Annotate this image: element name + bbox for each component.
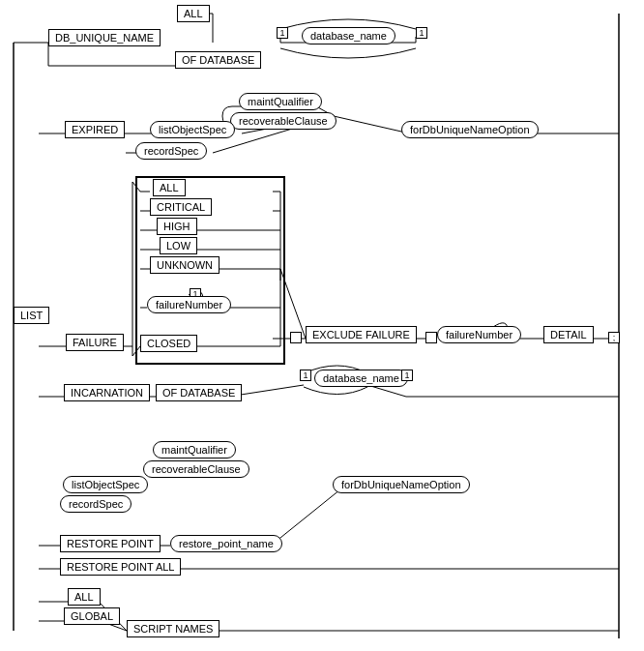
global-node: GLOBAL <box>64 607 120 625</box>
closed-node: CLOSED <box>140 335 197 352</box>
script-names-node: SCRIPT NAMES <box>127 620 220 637</box>
record-spec-node: recordSpec <box>135 142 207 160</box>
failure-number-1-node: failureNumber <box>147 296 231 313</box>
restore-point-name-node: restore_point_name <box>170 535 282 552</box>
syntax-diagram: ALL DB_UNIQUE_NAME 1 database_name 1 OF … <box>0 0 644 651</box>
svg-line-43 <box>271 489 340 546</box>
exclude-failure-indicator <box>290 332 302 343</box>
database-name-top-node: database_name <box>302 27 395 44</box>
list-node: LIST <box>14 307 49 324</box>
record-spec-2-node: recordSpec <box>60 495 132 513</box>
inc-loop-indicator-1: 1 <box>300 370 311 381</box>
inc-loop-indicator-2: 1 <box>401 370 413 381</box>
high-node: HIGH <box>157 218 197 235</box>
all-failure-node: ALL <box>153 179 186 196</box>
list-object-spec-2-node: listObjectSpec <box>63 476 148 493</box>
of-database-inc-node: OF DATABASE <box>156 384 242 401</box>
of-database-top-node: OF DATABASE <box>175 51 261 69</box>
all-top-node: ALL <box>177 5 210 22</box>
list-object-spec-node: listObjectSpec <box>150 121 235 138</box>
loop-indicator-2: 1 <box>416 27 427 39</box>
semicolon-box: ; <box>608 332 620 343</box>
all-script-node: ALL <box>68 588 101 606</box>
maint-qualifier-node: maintQualifier <box>239 93 322 110</box>
failure-number-2-indicator <box>425 332 437 343</box>
failure-node: FAILURE <box>66 334 124 351</box>
restore-point-all-node: RESTORE POINT ALL <box>60 558 181 576</box>
incarnation-node: INCARNATION <box>64 384 150 401</box>
low-node: LOW <box>160 237 197 254</box>
critical-node: CRITICAL <box>150 198 212 216</box>
loop-indicator-1: 1 <box>277 27 288 39</box>
recoverable-clause-node: recoverableClause <box>230 112 337 130</box>
db-unique-name-node: DB_UNIQUE_NAME <box>48 29 161 46</box>
unknown-node: UNKNOWN <box>150 256 220 274</box>
database-name-inc-node: database_name <box>314 370 408 387</box>
svg-line-20 <box>334 116 410 133</box>
for-db-unique-name-option-2-node: forDbUniqueNameOption <box>333 476 470 493</box>
recoverable-clause-2-node: recoverableClause <box>143 460 249 478</box>
restore-point-node: RESTORE POINT <box>60 535 161 552</box>
expired-node: EXPIRED <box>65 121 125 138</box>
detail-node: DETAIL <box>543 326 594 343</box>
failure-number-2-node: failureNumber <box>437 326 521 343</box>
maint-qualifier-2-node: maintQualifier <box>153 441 236 459</box>
for-db-unique-name-option-node: forDbUniqueNameOption <box>401 121 539 138</box>
exclude-failure-node: EXCLUDE FAILURE <box>306 326 417 343</box>
